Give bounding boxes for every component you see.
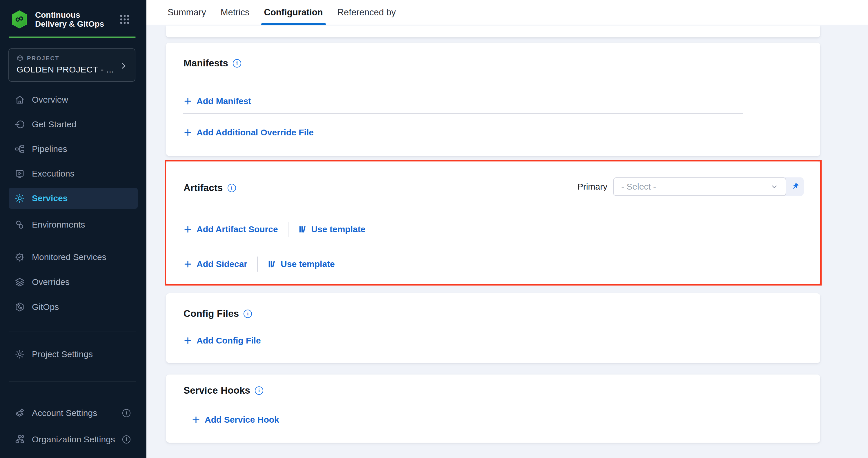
use-template-sidecar-button[interactable]: Use template — [268, 259, 335, 269]
use-template-artifact-button[interactable]: Use template — [298, 224, 366, 234]
gitops-icon — [14, 301, 26, 313]
previous-section-card-partial — [166, 26, 820, 37]
account-settings-icon — [14, 407, 26, 419]
organization-settings-icon — [14, 434, 26, 445]
environments-icon — [14, 219, 26, 231]
tab-summary[interactable]: Summary — [167, 0, 206, 25]
add-manifest-button[interactable]: Add Manifest — [184, 96, 251, 106]
tab-bar: Summary Metrics Configuration Referenced… — [146, 0, 868, 25]
artifacts-title: Artifacts — [184, 182, 223, 193]
sidebar-item-label: GitOps — [32, 302, 59, 312]
add-sidecar-button[interactable]: Add Sidecar — [184, 259, 247, 269]
chevron-down-icon — [771, 183, 778, 190]
manifests-divider — [183, 113, 743, 114]
info-icon[interactable]: i — [122, 409, 130, 417]
app-title: Continuous Delivery & GitOps — [35, 10, 111, 28]
add-additional-override-file-button[interactable]: Add Additional Override File — [184, 127, 314, 138]
sidebar-item-label: Monitored Services — [32, 252, 106, 262]
add-config-file-button[interactable]: Add Config File — [184, 336, 261, 345]
add-service-hook-button[interactable]: Add Service Hook — [192, 415, 279, 425]
sidebar-item-label: Services — [32, 193, 67, 203]
add-service-hook-label: Add Service Hook — [205, 415, 279, 425]
sidebar-item-get-started[interactable]: Get Started — [9, 116, 138, 133]
info-icon[interactable]: i — [227, 184, 236, 192]
sidebar-item-overrides[interactable]: Overrides — [9, 273, 138, 291]
sidebar-item-organization-settings[interactable]: Organization Settings i — [9, 431, 138, 448]
use-template-label: Use template — [281, 259, 335, 269]
select-placeholder: - Select - — [621, 182, 771, 192]
gear-icon — [14, 348, 26, 360]
sidebar-item-executions[interactable]: Executions — [9, 165, 138, 182]
brand-header: ∞ Continuous Delivery & GitOps — [0, 0, 146, 28]
info-icon[interactable]: i — [255, 387, 263, 395]
overrides-layers-icon — [14, 276, 26, 288]
sidebar-item-monitored-services[interactable]: Monitored Services — [9, 248, 138, 266]
config-files-section: Config Files i Add Config File — [166, 293, 820, 363]
project-selector[interactable]: PROJECT GOLDEN PROJECT - ... — [8, 49, 135, 82]
pin-button[interactable] — [786, 177, 804, 196]
main-area: Summary Metrics Configuration Referenced… — [146, 0, 868, 458]
home-icon — [14, 94, 26, 105]
sidebar-item-project-settings[interactable]: Project Settings — [9, 345, 138, 363]
sidebar-divider — [9, 332, 136, 332]
plus-icon — [184, 260, 192, 268]
tab-configuration[interactable]: Configuration — [264, 0, 323, 25]
sidebar-item-label: Organization Settings — [32, 434, 115, 445]
plus-icon — [184, 128, 192, 137]
info-icon[interactable]: i — [244, 310, 252, 318]
chevron-right-icon — [120, 62, 127, 69]
add-override-label: Add Additional Override File — [196, 127, 314, 138]
configuration-content: Manifests i Add Manifest Add Additional … — [146, 25, 868, 458]
module-grid-icon[interactable] — [120, 14, 130, 24]
pin-icon — [790, 182, 800, 191]
primary-artifact-select[interactable]: - Select - — [613, 177, 786, 196]
sidebar: ∞ Continuous Delivery & GitOps PROJECT G… — [0, 0, 146, 458]
sidebar-item-label: Project Settings — [32, 349, 93, 359]
harness-cd-logo-icon: ∞ — [11, 10, 28, 28]
template-library-icon — [268, 260, 276, 268]
plus-icon — [184, 97, 192, 105]
project-label: PROJECT — [27, 55, 59, 62]
tab-referenced-by[interactable]: Referenced by — [337, 0, 396, 25]
vertical-separator — [288, 222, 288, 237]
manifests-section: Manifests i Add Manifest Add Additional … — [166, 42, 820, 156]
sidebar-item-label: Environments — [32, 220, 85, 230]
add-sidecar-label: Add Sidecar — [196, 259, 247, 269]
add-manifest-label: Add Manifest — [196, 96, 251, 106]
sidebar-item-gitops[interactable]: GitOps — [9, 298, 138, 316]
template-library-icon — [298, 225, 307, 234]
sidebar-item-environments[interactable]: Environments — [9, 216, 138, 233]
monitored-services-icon — [14, 251, 26, 263]
plus-icon — [184, 336, 192, 345]
sidebar-item-label: Overrides — [32, 277, 69, 287]
vertical-separator — [257, 256, 258, 272]
info-icon[interactable]: i — [233, 59, 241, 67]
module-accent-bar — [9, 36, 136, 38]
sidebar-item-label: Get Started — [32, 119, 76, 129]
sidebar-item-overview[interactable]: Overview — [9, 91, 138, 109]
sidebar-item-account-settings[interactable]: Account Settings i — [9, 404, 138, 422]
pipelines-icon — [14, 143, 26, 155]
add-config-file-label: Add Config File — [196, 336, 261, 345]
add-artifact-source-button[interactable]: Add Artifact Source — [184, 224, 278, 234]
sidebar-item-label: Overview — [32, 95, 68, 105]
cube-icon — [17, 55, 24, 62]
tab-label: Configuration — [264, 7, 323, 18]
get-started-icon — [14, 119, 26, 130]
primary-artifact-row: Primary - Select - — [578, 177, 804, 196]
project-name: GOLDEN PROJECT - ... — [17, 65, 121, 74]
active-tab-underline — [261, 23, 326, 25]
annotation-highlight-box: Artifacts i Primary - Select - — [165, 160, 822, 285]
sidebar-item-services[interactable]: Services — [9, 188, 138, 209]
executions-icon — [14, 168, 26, 179]
primary-label: Primary — [578, 182, 608, 192]
sidebar-nav: Overview Get Started — [0, 90, 146, 316]
info-icon[interactable]: i — [122, 435, 130, 444]
tab-metrics[interactable]: Metrics — [221, 0, 250, 25]
primary-artifact-select-group: - Select - — [613, 177, 804, 196]
config-files-title: Config Files — [184, 308, 239, 319]
artifacts-section: Artifacts i Primary - Select - — [166, 161, 820, 284]
service-hooks-title: Service Hooks — [184, 385, 250, 396]
services-gear-icon — [14, 192, 26, 204]
sidebar-item-pipelines[interactable]: Pipelines — [9, 140, 138, 158]
